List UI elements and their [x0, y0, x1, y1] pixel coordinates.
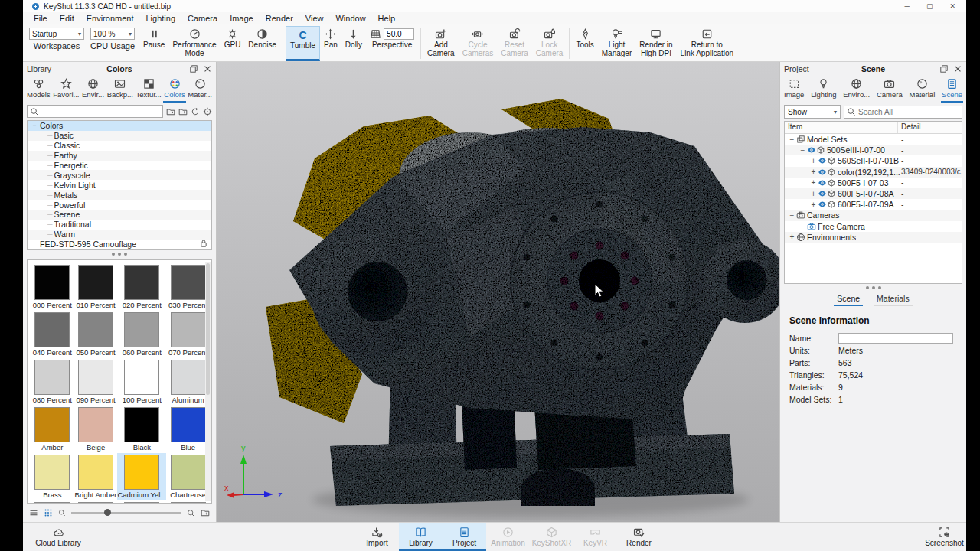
folder-import-icon[interactable]: [166, 107, 175, 116]
close-icon[interactable]: ✕: [949, 2, 956, 10]
color-swatch-brightamber[interactable]: Bright Amber: [74, 453, 118, 500]
bottom-render-button[interactable]: Render: [617, 523, 661, 551]
color-swatch-090percent[interactable]: 090 Percent: [74, 358, 118, 405]
library-tree-item[interactable]: ─ Warm: [28, 230, 211, 240]
color-swatch-blue[interactable]: Blue: [166, 406, 210, 452]
tree-expander[interactable]: +: [809, 201, 818, 209]
show-select[interactable]: Show▾: [784, 105, 841, 119]
add-camera-button[interactable]: Add Camera: [423, 26, 459, 61]
scene-tree-item[interactable]: + Environments: [785, 232, 962, 243]
color-swatch-chartreuse[interactable]: Chartreuse: [166, 453, 210, 500]
library-tab-favori[interactable]: Favori...: [52, 77, 80, 103]
workspaces-select[interactable]: Startup▾: [29, 28, 84, 40]
color-swatch-amber[interactable]: Amber: [31, 406, 74, 452]
scene-tree-item[interactable]: + 500F5-I-07-03 -: [785, 178, 962, 188]
cycle-cameras-button[interactable]: Cycle Cameras: [459, 26, 498, 61]
menu-file[interactable]: File: [28, 14, 54, 23]
bottom-tab-scene[interactable]: Scene: [834, 293, 863, 306]
scene-name-input[interactable]: [838, 333, 953, 344]
tree-expander[interactable]: +: [788, 233, 796, 241]
panel-splitter[interactable]: [780, 284, 966, 292]
color-swatch-060percent[interactable]: 060 Percent: [117, 311, 166, 357]
color-swatch-black[interactable]: Black: [117, 406, 166, 452]
library-tree-item[interactable]: ─ Grayscale: [28, 170, 211, 180]
dolly-button[interactable]: Dolly: [341, 26, 366, 61]
library-tab-mater[interactable]: Mater...: [187, 77, 213, 103]
library-tree-item[interactable]: ─ Energetic: [28, 161, 211, 171]
library-tree-item[interactable]: FED-STD-595 Camouflage: [28, 240, 211, 249]
project-tab-material[interactable]: Material: [908, 77, 936, 103]
bottom-keyvr-button[interactable]: KeyVR: [573, 523, 617, 551]
color-swatch-cadmiumyel[interactable]: Cadmium Yel...: [117, 453, 166, 500]
library-tree-item[interactable]: ─ Classic: [28, 141, 211, 151]
project-tab-camera[interactable]: Camera: [876, 77, 903, 103]
library-tree-item[interactable]: − Colors: [28, 121, 211, 131]
gpu-button[interactable]: GPU: [220, 26, 245, 61]
lock-camera-button[interactable]: Lock Camera: [532, 26, 567, 61]
color-swatch-000percent[interactable]: 000 Percent: [31, 263, 74, 310]
scene-tree-item[interactable]: + 600F5-I-07-08A -: [785, 188, 962, 199]
color-swatch-100percent[interactable]: 100 Percent: [117, 358, 166, 405]
pan-button[interactable]: Pan: [320, 26, 341, 61]
scene-tree-item[interactable]: + 600F5-I-07-09A -: [785, 199, 962, 210]
color-swatch-beige[interactable]: Beige: [74, 406, 118, 452]
minimize-icon[interactable]: ─: [905, 2, 910, 10]
scene-searchbox[interactable]: [844, 106, 962, 119]
library-tree-item[interactable]: ─ Earthy: [28, 151, 211, 161]
pause-button[interactable]: Pause: [139, 26, 168, 61]
grid-view-icon[interactable]: [44, 508, 53, 517]
float-panel-icon[interactable]: [939, 64, 949, 73]
color-swatch-070percent[interactable]: 070 Percent: [166, 311, 210, 357]
menu-image[interactable]: Image: [224, 14, 260, 23]
library-tab-backp[interactable]: Backp...: [106, 77, 134, 103]
scene-tree-item[interactable]: − Cameras: [785, 210, 962, 220]
float-panel-icon[interactable]: [189, 64, 198, 73]
scene-tree-item[interactable]: + 560SeII-I-07-01B -: [785, 155, 962, 166]
color-swatch-partial[interactable]: [117, 500, 166, 504]
tree-expander[interactable]: −: [799, 146, 807, 155]
scene-tree-item[interactable]: + color(192,192,1... 33409-0240003/c...: [785, 167, 962, 178]
light-manager-button[interactable]: Light Manager: [598, 26, 635, 61]
menu-lighting[interactable]: Lighting: [139, 14, 181, 23]
zoom-out-icon[interactable]: [58, 509, 66, 517]
menu-edit[interactable]: Edit: [54, 14, 80, 23]
scene-tree-item[interactable]: Free Camera -: [785, 221, 962, 232]
scene-tree-item[interactable]: − Model Sets -: [785, 134, 962, 145]
performance-mode-button[interactable]: Performance Mode: [168, 26, 220, 61]
library-search-input[interactable]: [41, 107, 160, 116]
bottom-cloud-library-button[interactable]: Cloud Library: [23, 523, 93, 551]
tree-expander[interactable]: +: [809, 190, 818, 198]
zoom-in-icon[interactable]: [187, 509, 195, 517]
project-tab-enviro[interactable]: Enviro...: [842, 77, 871, 103]
color-swatch-040percent[interactable]: 040 Percent: [31, 311, 74, 357]
render-high-dpi-button[interactable]: Render in High DPI: [635, 26, 676, 61]
bottom-screenshot-button[interactable]: Screenshot: [923, 523, 966, 551]
tree-expander[interactable]: −: [31, 122, 38, 129]
bottom-tab-materials[interactable]: Materials: [874, 293, 913, 306]
denoise-button[interactable]: Denoise: [244, 26, 280, 61]
library-tree-item[interactable]: ─ Powerful: [28, 200, 211, 210]
folder-export-icon[interactable]: [178, 107, 188, 116]
tools-button[interactable]: Tools: [572, 26, 597, 61]
swatch-scrollbar[interactable]: [205, 262, 211, 501]
maximize-icon[interactable]: ▢: [926, 2, 933, 10]
column-item[interactable]: Item: [785, 122, 898, 133]
tree-expander[interactable]: +: [809, 168, 818, 176]
library-tree-item[interactable]: ─ Basic: [28, 131, 211, 141]
project-tab-scene[interactable]: Scene: [941, 77, 963, 103]
library-tab-colors[interactable]: Colors: [163, 77, 185, 103]
color-swatch-partial[interactable]: [74, 500, 118, 504]
reset-camera-button[interactable]: Reset Camera: [497, 26, 532, 61]
bottom-import-button[interactable]: Import: [355, 523, 399, 551]
tree-expander[interactable]: −: [788, 135, 796, 144]
menu-environment[interactable]: Environment: [80, 14, 140, 23]
bottom-project-button[interactable]: Project: [443, 523, 486, 551]
tumble-button[interactable]: CTumble: [286, 26, 320, 61]
color-swatch-partial[interactable]: [166, 500, 210, 504]
color-swatch-010percent[interactable]: 010 Percent: [74, 263, 118, 310]
bottom-animation-button[interactable]: Animation: [486, 523, 530, 551]
color-swatch-020percent[interactable]: 020 Percent: [117, 263, 166, 310]
perspective-input[interactable]: [384, 28, 414, 40]
viewport-3d[interactable]: y z x: [217, 62, 779, 522]
tree-expander[interactable]: +: [809, 178, 818, 187]
